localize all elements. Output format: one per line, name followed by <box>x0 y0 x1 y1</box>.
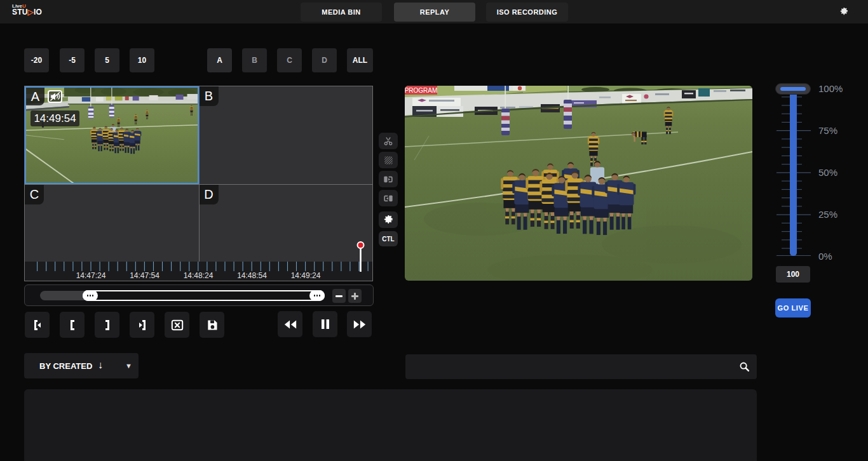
svg-text:14:48:24: 14:48:24 <box>184 271 214 280</box>
svg-text:14:49:24: 14:49:24 <box>291 271 321 280</box>
svg-text:14:48:54: 14:48:54 <box>237 271 267 280</box>
svg-text:14:47:54: 14:47:54 <box>130 271 159 280</box>
svg-text:14:47:24: 14:47:24 <box>76 271 106 280</box>
